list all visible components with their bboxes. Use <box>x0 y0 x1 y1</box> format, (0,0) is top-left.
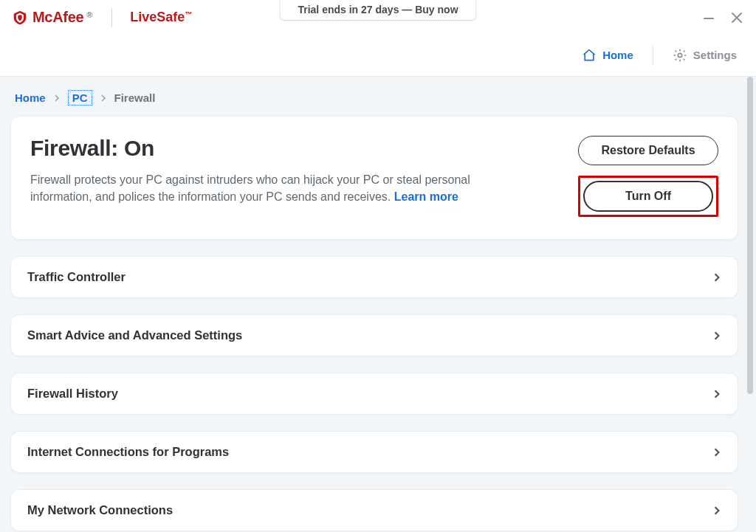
nav-settings[interactable]: Settings <box>670 44 740 67</box>
content-body: Home PC Firewall Firewall: On Firewall p… <box>0 77 756 532</box>
titlebar: McAfee® LiveSafe™ Trial ends in 27 days … <box>0 0 756 35</box>
firewall-hero-card: Firewall: On Firewall protects your PC a… <box>10 116 738 240</box>
row-label: Internet Connections for Programs <box>27 445 229 459</box>
chevron-right-icon <box>712 506 721 515</box>
page-title: Firewall: On <box>30 136 503 161</box>
chevron-right-icon <box>53 94 61 102</box>
brand-divider <box>111 8 112 27</box>
breadcrumb-home[interactable]: Home <box>15 91 46 104</box>
brand-trademark: ® <box>86 10 92 19</box>
app-window: McAfee® LiveSafe™ Trial ends in 27 days … <box>0 0 756 532</box>
chevron-right-icon <box>712 390 721 398</box>
svg-point-1 <box>678 53 681 57</box>
product-label: LiveSafe <box>130 10 185 24</box>
minimize-button[interactable] <box>701 10 716 25</box>
scrollbar-track[interactable] <box>749 77 755 490</box>
scroll-area[interactable]: Home PC Firewall Firewall: On Firewall p… <box>10 89 746 532</box>
gear-icon <box>673 48 687 63</box>
restore-defaults-button[interactable]: Restore Defaults <box>578 136 718 165</box>
home-icon <box>582 48 597 63</box>
turn-off-highlight: Turn Off <box>578 176 718 217</box>
chevron-right-icon <box>712 448 721 457</box>
navbar: Home Settings <box>0 35 756 77</box>
row-internet-connections[interactable]: Internet Connections for Programs <box>10 431 738 473</box>
nav-home[interactable]: Home <box>579 44 636 67</box>
brand-logo: McAfee® <box>12 9 94 26</box>
learn-more-link[interactable]: Learn more <box>394 190 458 203</box>
window-controls <box>701 10 744 25</box>
row-smart-advice[interactable]: Smart Advice and Advanced Settings <box>10 314 738 356</box>
product-name: LiveSafe™ <box>130 10 192 25</box>
page-description: Firewall protects your PC against intrud… <box>30 171 503 205</box>
chevron-right-icon <box>100 94 107 102</box>
close-button[interactable] <box>729 10 744 25</box>
row-traffic-controller[interactable]: Traffic Controller <box>10 256 738 298</box>
brand-block: McAfee® LiveSafe™ <box>12 8 192 27</box>
turn-off-button[interactable]: Turn Off <box>583 181 713 212</box>
row-label: Smart Advice and Advanced Settings <box>27 328 242 342</box>
svg-rect-0 <box>704 18 714 19</box>
row-label: My Network Connections <box>27 503 173 517</box>
chevron-right-icon <box>712 331 721 340</box>
brand-name: McAfee <box>32 9 83 26</box>
scrollbar-thumb[interactable] <box>747 77 753 394</box>
breadcrumb-current: Firewall <box>114 91 156 104</box>
close-icon <box>729 10 744 25</box>
product-trademark: ™ <box>185 10 192 18</box>
trial-banner[interactable]: Trial ends in 27 days — Buy now <box>279 0 476 21</box>
row-my-network-connections[interactable]: My Network Connections <box>10 489 738 531</box>
shield-icon <box>12 10 28 26</box>
row-label: Traffic Controller <box>27 270 126 284</box>
hero-text: Firewall: On Firewall protects your PC a… <box>30 136 503 205</box>
hero-actions: Restore Defaults Turn Off <box>578 136 718 217</box>
nav-divider <box>653 45 653 66</box>
nav-home-label: Home <box>602 49 633 61</box>
row-label: Firewall History <box>27 387 118 401</box>
breadcrumb-pc[interactable]: PC <box>68 90 92 106</box>
nav-settings-label: Settings <box>693 49 737 61</box>
chevron-right-icon <box>712 273 721 282</box>
breadcrumb: Home PC Firewall <box>10 89 738 116</box>
minimize-icon <box>701 10 716 25</box>
settings-list: Traffic Controller Smart Advice and Adva… <box>10 256 738 531</box>
row-firewall-history[interactable]: Firewall History <box>10 373 738 415</box>
